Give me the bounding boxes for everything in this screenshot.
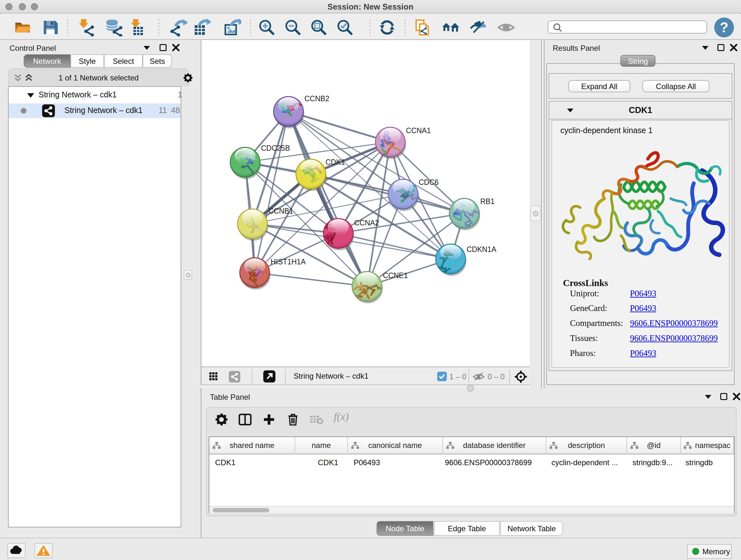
svg-text:CDC25B: CDC25B <box>261 144 290 152</box>
svg-text:CDK1: CDK1 <box>326 158 345 166</box>
svg-text:CCNA2: CCNA2 <box>354 219 379 227</box>
svg-text:CCNE1: CCNE1 <box>383 271 408 280</box>
svg-text:CCNA1: CCNA1 <box>406 126 431 135</box>
svg-text:RB1: RB1 <box>480 197 495 206</box>
svg-text:CCNB2: CCNB2 <box>305 95 329 103</box>
svg-text:CCNB1: CCNB1 <box>268 207 293 215</box>
svg-text:CDC6: CDC6 <box>419 178 439 186</box>
svg-text:?: ? <box>720 19 729 35</box>
svg-text:CDKN1A: CDKN1A <box>467 245 496 253</box>
svg-text:HIST1H1A: HIST1H1A <box>271 258 306 266</box>
